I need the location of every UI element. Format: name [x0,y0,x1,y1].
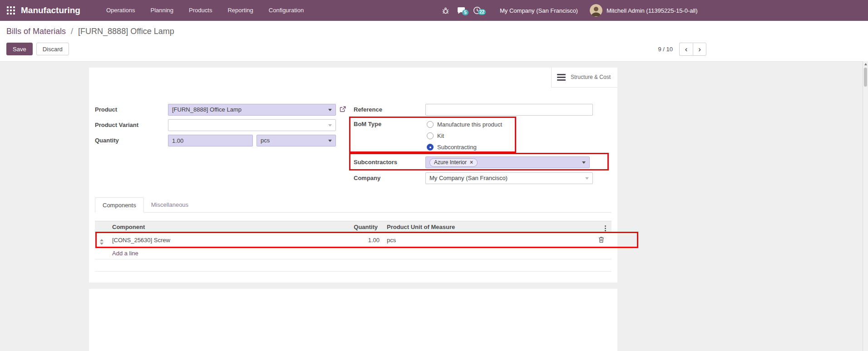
subcontractors-field[interactable]: Azure Interior × [425,156,590,168]
column-uom[interactable]: Product Unit of Measure [383,221,591,233]
activities-button[interactable]: 22 [473,6,481,15]
scroll-up-icon[interactable] [864,63,867,65]
bom-type-label: BoM Type [354,118,381,130]
breadcrumb: Bills of Materials / [FURN_8888] Office … [6,27,174,36]
uom-value: pcs [261,137,270,144]
subcontractors-label: Subcontractors [354,156,397,168]
chevron-left-icon: ‹ [685,45,688,54]
product-value: [FURN_8888] Office Lamp [172,106,242,113]
form-sheet: Structure & Cost Product [FURN_8888] Off… [89,68,617,283]
product-variant-combo[interactable] [168,119,336,131]
empty-row [95,259,612,272]
hamburger-icon [557,73,566,82]
product-variant-label: Product Variant [95,119,138,131]
radio-checked-icon[interactable] [427,144,434,151]
table-header-row: Component Quantity Product Unit of Measu… [95,221,612,233]
bom-type-option-label: Kit [437,132,444,139]
structure-cost-label: Structure & Cost [571,74,612,81]
messages-badge: 5 [462,10,469,15]
uom-cell[interactable]: pcs [383,233,591,248]
save-button[interactable]: Save [6,43,33,55]
company-value: My Company (San Francisco) [429,175,508,181]
company-label: Company [354,172,380,184]
debug-bug-icon[interactable] [442,7,449,15]
add-a-line-link[interactable]: Add a line [112,250,138,257]
secondary-sheet [89,289,617,351]
menu-reporting[interactable]: Reporting [220,0,261,21]
table-row[interactable]: [CONS_25630] Screw 1.00 pcs [95,233,612,248]
top-navbar: Manufacturing Operations Planning Produc… [0,0,868,21]
components-table: Component Quantity Product Unit of Measu… [95,221,612,272]
delete-row-button[interactable] [598,236,604,244]
reference-label: Reference [354,104,382,116]
vertical-scrollbar[interactable] [863,61,868,351]
bom-type-option-manufacture[interactable]: Manufacture this product [427,121,502,128]
structure-cost-button[interactable]: Structure & Cost [551,68,617,88]
quantity-input[interactable] [168,135,253,146]
dropdown-caret-icon [328,109,332,111]
menu-products[interactable]: Products [181,0,220,21]
drag-handle-icon[interactable] [100,239,104,245]
breadcrumb-bills-of-materials-link[interactable]: Bills of Materials [6,27,66,36]
component-cell[interactable]: [CONS_25630] Screw [108,233,275,248]
radio-unchecked-icon[interactable] [427,132,434,139]
column-handle [95,221,108,233]
optional-columns-button[interactable] [591,221,612,233]
pager: 9 / 10 ‹ › [658,43,706,56]
column-quantity[interactable]: Quantity [275,221,383,233]
apps-menu-icon[interactable] [7,6,15,15]
control-panel: Bills of Materials / [FURN_8888] Office … [0,21,868,61]
activities-badge: 22 [478,9,486,15]
menu-planning[interactable]: Planning [143,0,181,21]
scrollbar-thumb[interactable] [864,68,867,87]
quantity-label: Quantity [95,135,119,146]
subcontractor-tag-label: Azure Interior [434,157,467,168]
bom-type-option-kit[interactable]: Kit [427,132,444,139]
screen: Manufacturing Operations Planning Produc… [0,0,868,351]
company-select[interactable]: My Company (San Francisco) [425,172,593,184]
subcontractor-tag[interactable]: Azure Interior × [429,158,478,167]
bom-type-option-label: Manufacture this product [437,121,502,128]
menu-operations[interactable]: Operations [99,0,143,21]
chevron-right-icon: › [698,45,701,54]
user-menu[interactable]: Mitchell Admin (11395225-15-0-all) [607,7,698,14]
uom-select[interactable]: pcs [256,135,336,146]
optional-columns-icon [605,228,606,229]
reference-input[interactable] [425,104,593,116]
components-table-wrap: Component Quantity Product Unit of Measu… [95,221,612,272]
dropdown-caret-icon [328,124,332,127]
dropdown-caret-icon [582,161,586,164]
tab-components[interactable]: Components [95,197,144,213]
tag-remove-icon[interactable]: × [470,160,473,165]
add-line-row: Add a line [95,248,612,259]
dropdown-caret-icon [328,140,332,142]
discard-button[interactable]: Discard [36,43,69,55]
company-switcher[interactable]: My Company (San Francisco) [500,7,578,14]
messages-button[interactable]: 5 [457,7,465,14]
tab-miscellaneous[interactable]: Miscellaneous [144,197,196,212]
app-name[interactable]: Manufacturing [21,5,80,15]
bom-type-option-subcontracting[interactable]: Subcontracting [427,143,477,151]
radio-unchecked-icon[interactable] [427,121,434,128]
pager-counter: 9 / 10 [658,46,673,53]
menu-configuration[interactable]: Configuration [261,0,311,21]
main-menu: Operations Planning Products Reporting C… [99,0,311,21]
pager-previous-button[interactable]: ‹ [679,43,693,56]
column-component[interactable]: Component [108,221,275,233]
quantity-cell[interactable]: 1.00 [275,233,383,248]
product-combo[interactable]: [FURN_8888] Office Lamp [168,104,336,116]
user-avatar[interactable] [590,4,602,17]
content-area: Structure & Cost Product [FURN_8888] Off… [0,61,868,351]
trash-icon [598,236,604,243]
external-link-icon[interactable] [340,106,346,114]
notebook-tabs: Components Miscellaneous [95,197,612,213]
form-actions: Save Discard [6,43,69,55]
breadcrumb-separator: / [71,27,73,36]
dropdown-caret-icon [585,177,589,180]
pager-next-button[interactable]: › [693,43,706,56]
bom-type-option-label: Subcontracting [437,144,477,151]
product-label: Product [95,104,117,116]
breadcrumb-current: [FURN_8888] Office Lamp [78,27,174,36]
systray: 5 22 My Company (San Francisco) Mitchell… [442,0,698,21]
